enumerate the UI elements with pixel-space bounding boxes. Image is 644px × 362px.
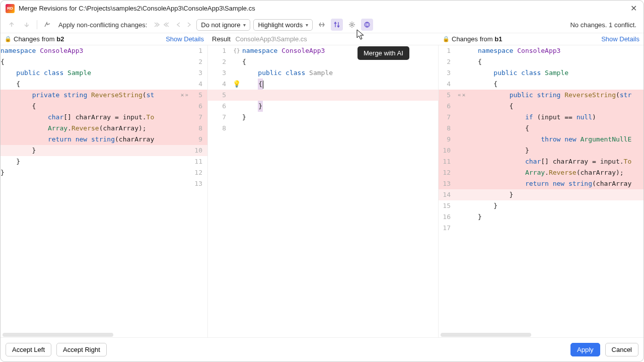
- apply-button[interactable]: Apply: [570, 343, 600, 356]
- left-editor: namespace ConsoleApp31 {2 public class S…: [1, 45, 208, 337]
- text-caret: [263, 81, 263, 89]
- accept-left-button[interactable]: Accept Left: [6, 343, 51, 356]
- gutter-num: 3: [208, 67, 231, 79]
- left-header-branch: b2: [56, 35, 64, 43]
- mid-header-path: ConsoleApp3\Sample.cs: [235, 35, 307, 43]
- status-text: No changes. 1 conflict.: [570, 21, 636, 29]
- toolbar: Apply non-conflicting changes: Do not ig…: [1, 17, 643, 33]
- gutter-num: 8: [439, 123, 456, 134]
- cancel-button[interactable]: Cancel: [605, 343, 638, 356]
- gutter-num: 4: [190, 79, 207, 90]
- gutter-num: 17: [439, 223, 456, 234]
- sync-scroll-icon[interactable]: [331, 19, 343, 31]
- merge-ai-icon[interactable]: [361, 19, 373, 31]
- apply-left-icon[interactable]: [152, 20, 161, 29]
- footer: Accept Left Accept Right Apply Cancel: [1, 337, 643, 361]
- left-panel-header: 🔒 Changes from b2 Show Details: [1, 33, 208, 45]
- reject-chunk-icon[interactable]: ✕: [181, 90, 184, 101]
- gutter-num: 2: [190, 56, 207, 67]
- right-header-branch: b1: [494, 35, 502, 43]
- gutter-num: 15: [439, 200, 456, 211]
- gutter-num: 3: [190, 67, 207, 79]
- accept-chunk-icon[interactable]: «: [458, 90, 461, 101]
- gutter-num: 16: [439, 211, 456, 223]
- gutter-num: 8: [208, 123, 231, 134]
- window-title: Merge Revisions for C:\Projects\samples2…: [19, 5, 628, 12]
- apply-right-icon[interactable]: [162, 20, 171, 29]
- left-header-prefix: Changes from: [14, 35, 56, 43]
- accept-right-button[interactable]: Accept Right: [56, 343, 107, 356]
- left-hscroll[interactable]: [1, 332, 207, 337]
- right-editor: 1namespace ConsoleApp3 2{ 3 public class…: [439, 45, 643, 337]
- ignore-select-label: Do not ignore: [201, 21, 240, 29]
- show-details-left[interactable]: Show Details: [166, 35, 204, 43]
- gutter-num: 7: [439, 112, 456, 123]
- gutter-num: 10: [190, 145, 207, 156]
- collapse-icon[interactable]: [316, 19, 328, 31]
- gutter-num: 7: [190, 112, 207, 123]
- gutter-num: 8: [190, 123, 207, 134]
- gutter-num: 6: [439, 101, 456, 112]
- app-icon: RD: [6, 4, 15, 13]
- panels-header: 🔒 Changes from b2 Show Details Result Co…: [1, 33, 643, 45]
- merge-window: RD Merge Revisions for C:\Projects\sampl…: [0, 0, 644, 362]
- settings-icon[interactable]: [346, 19, 358, 31]
- gutter-num: 7: [208, 112, 231, 123]
- mid-panel-header: Result ConsoleApp3\Sample.cs: [208, 33, 439, 45]
- reject-chunk-icon[interactable]: ✕: [462, 90, 466, 101]
- right-panel-header: 🔒 Changes from b1 Show Details: [439, 33, 643, 45]
- bulb-icon[interactable]: 💡: [233, 79, 241, 90]
- show-details-right[interactable]: Show Details: [601, 35, 639, 43]
- close-icon[interactable]: ✕: [628, 4, 638, 13]
- mid-header-label: Result ConsoleApp3\Sample.cs: [212, 35, 435, 43]
- gutter-num: 1: [208, 45, 231, 56]
- gutter-num: 4: [208, 79, 231, 90]
- apply-all-group: [152, 20, 171, 29]
- gutter-num: 11: [190, 156, 207, 167]
- next-diff-icon: [21, 19, 33, 31]
- gutter-num: 5: [439, 90, 456, 101]
- highlight-select[interactable]: Highlight words ▾: [253, 19, 313, 31]
- gutter-num: 11: [439, 156, 456, 167]
- apply-single-left-icon[interactable]: [174, 20, 183, 29]
- gutter-num: 6: [208, 101, 231, 112]
- apply-single-group: [174, 20, 193, 29]
- gutter-num: 5: [190, 90, 207, 101]
- gutter-num: 1: [190, 45, 207, 56]
- apply-single-right-icon[interactable]: [184, 20, 193, 29]
- mid-header-result: Result: [212, 35, 231, 43]
- gutter-num: 9: [190, 134, 207, 145]
- gutter-num: 13: [190, 178, 207, 189]
- result-code[interactable]: 1{}namespace ConsoleApp3 2{ 3 public cla…: [208, 45, 438, 332]
- svg-point-0: [351, 24, 353, 26]
- editors: namespace ConsoleApp31 {2 public class S…: [1, 45, 643, 337]
- lock-icon: 🔒: [443, 36, 450, 42]
- right-header-prefix: Changes from: [452, 35, 494, 43]
- gutter-num: 10: [439, 145, 456, 156]
- ignore-select[interactable]: Do not ignore ▾: [196, 19, 250, 31]
- gutter-num: 9: [439, 134, 456, 145]
- apply-nonconflicting-label: Apply non-conflicting changes:: [58, 21, 147, 29]
- chevron-down-icon: ▾: [243, 22, 246, 28]
- mid-hscroll[interactable]: [208, 332, 438, 337]
- gutter-num: 3: [439, 67, 456, 79]
- gutter-num: 12: [439, 167, 456, 178]
- fold-icon[interactable]: {}: [233, 45, 240, 56]
- gutter-num: 2: [439, 56, 456, 67]
- gutter-num: 13: [439, 178, 456, 189]
- gutter-num: 14: [439, 189, 456, 200]
- gutter-num: 1: [439, 45, 456, 56]
- right-hscroll[interactable]: [439, 332, 643, 337]
- gutter-num: 4: [439, 79, 456, 90]
- right-code[interactable]: 1namespace ConsoleApp3 2{ 3 public class…: [439, 45, 643, 332]
- gutter-num: 6: [190, 101, 207, 112]
- lock-icon: 🔒: [5, 36, 12, 42]
- left-code[interactable]: namespace ConsoleApp31 {2 public class S…: [1, 45, 207, 332]
- accept-chunk-icon[interactable]: »: [185, 90, 188, 101]
- prev-diff-icon: [6, 19, 18, 31]
- left-header-label: Changes from b2: [14, 35, 166, 43]
- goto-icon[interactable]: [41, 19, 53, 31]
- highlight-select-label: Highlight words: [258, 21, 303, 29]
- gutter-num: 2: [208, 56, 231, 67]
- result-editor: 1{}namespace ConsoleApp3 2{ 3 public cla…: [208, 45, 439, 337]
